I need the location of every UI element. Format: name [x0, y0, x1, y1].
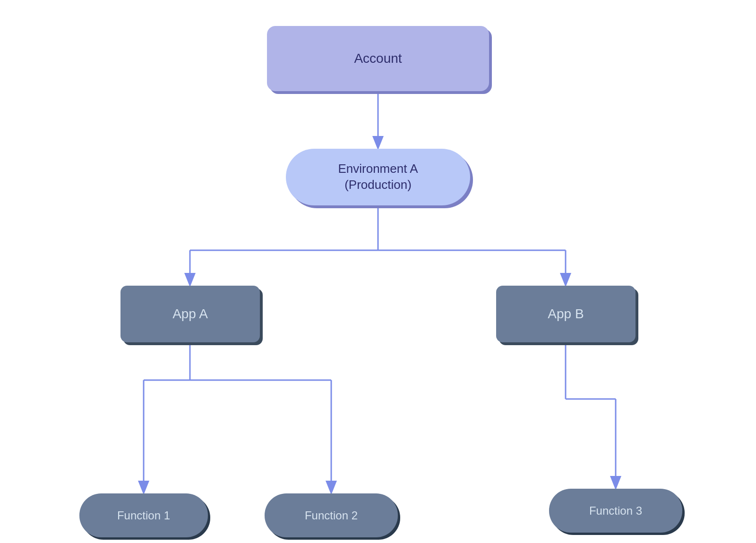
account-label: Account — [354, 51, 402, 66]
function3-node: Function 3 — [549, 489, 682, 533]
app-a-node: App A — [120, 286, 260, 342]
app-b-node: App B — [496, 286, 636, 342]
diagram: Account Environment A (Production) App A… — [47, 12, 709, 531]
app-a-label: App A — [172, 306, 208, 322]
function1-node: Function 1 — [79, 493, 208, 537]
environment-label: Environment A (Production) — [338, 161, 418, 193]
environment-node: Environment A (Production) — [286, 149, 470, 205]
app-b-label: App B — [548, 306, 584, 322]
account-node: Account — [267, 26, 489, 91]
function2-label: Function 2 — [305, 509, 358, 522]
function3-label: Function 3 — [589, 504, 642, 518]
function2-node: Function 2 — [265, 493, 398, 537]
function1-label: Function 1 — [117, 509, 170, 522]
